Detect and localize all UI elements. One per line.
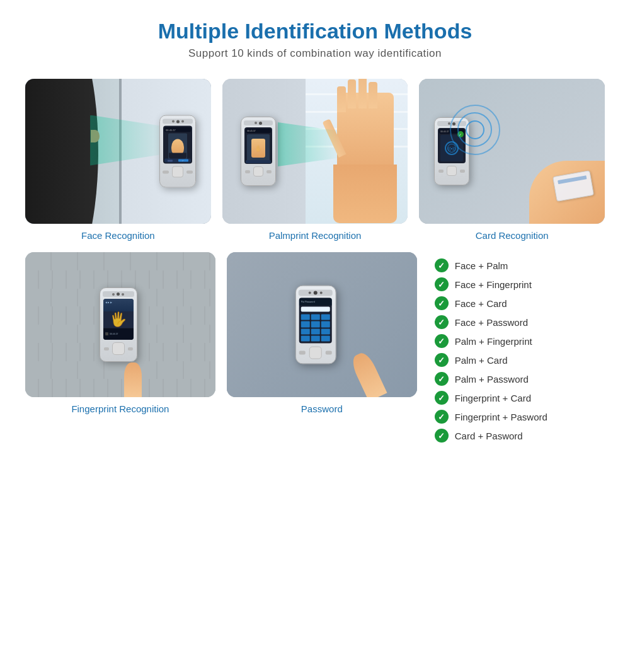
page-wrapper: Multiple Identification Methods Support … [0, 0, 630, 473]
check-label-2: Face + Card [455, 298, 507, 309]
card-recognition-image: 08:46:37 ((•)) ✓ [419, 79, 605, 224]
check-icon-8 [435, 410, 449, 424]
check-icon-4 [435, 334, 449, 348]
check-label-0: Face + Palm [455, 260, 508, 271]
device-face: 08:45:37 ✓ [159, 115, 196, 188]
face-recognition-caption: Face Recognition [81, 230, 155, 241]
check-label-1: Face + Fingerprint [455, 279, 532, 290]
check-label-7: Fingerprint + Card [455, 393, 531, 403]
fingerprint-recognition-card: ◀ ■ ▶ 🖐 ⬛ 08:46:37 [25, 252, 215, 414]
checklist-item-4: Palm + Fingerprint [435, 334, 605, 348]
checklist-item-7: Fingerprint + Card [435, 391, 605, 405]
card-recognition-caption: Card Recognition [476, 230, 549, 241]
check-label-9: Card + Pasword [455, 431, 523, 441]
check-label-6: Palm + Password [455, 374, 529, 385]
header-section: Multiple Identification Methods Support … [25, 19, 605, 60]
check-icon-7 [435, 391, 449, 405]
check-icon-3 [435, 315, 449, 329]
check-icon-0 [435, 258, 449, 272]
checklist-item-2: Face + Card [435, 296, 605, 310]
check-icon-5 [435, 353, 449, 367]
card-recognition-card: 08:46:37 ((•)) ✓ [419, 79, 605, 241]
check-label-5: Palm + Card [455, 355, 508, 366]
device-palm: 08:45:37 ✋ [241, 117, 276, 186]
check-icon-2 [435, 296, 449, 310]
checklist-item-8: Fingerprint + Pasword [435, 410, 605, 424]
fingerprint-recognition-image: ◀ ■ ▶ 🖐 ⬛ 08:46:37 [25, 252, 215, 397]
bottom-left-cards: ◀ ■ ▶ 🖐 ⬛ 08:46:37 [25, 252, 417, 414]
palmprint-recognition-card: 08:45:37 ✋ [222, 79, 408, 241]
checklist-panel: Face + Palm Face + Fingerprint Face + Ca… [428, 252, 605, 448]
check-icon-1 [435, 277, 449, 291]
checklist-item-1: Face + Fingerprint [435, 277, 605, 291]
password-card: Put Password [227, 252, 417, 414]
bottom-section: ◀ ■ ▶ 🖐 ⬛ 08:46:37 [25, 252, 605, 448]
checklist-item-0: Face + Palm [435, 258, 605, 272]
checklist-item-5: Palm + Card [435, 353, 605, 367]
face-recognition-image: 08:45:37 ✓ [25, 79, 211, 224]
palmprint-recognition-image: 08:45:37 ✋ [222, 79, 408, 224]
check-icon-9 [435, 429, 449, 443]
check-icon-6 [435, 372, 449, 386]
check-label-8: Fingerprint + Pasword [455, 412, 547, 422]
face-recognition-card: 08:45:37 ✓ [25, 79, 211, 241]
checklist-item-6: Palm + Password [435, 372, 605, 386]
page-subtitle: Support 10 kinds of combination way iden… [25, 47, 605, 60]
palmprint-recognition-caption: Palmprint Recognition [269, 230, 362, 241]
checklist-item-9: Card + Pasword [435, 429, 605, 443]
password-caption: Password [301, 403, 343, 414]
page-title: Multiple Identification Methods [25, 19, 605, 43]
password-image: Put Password [227, 252, 417, 397]
fingerprint-recognition-caption: Fingerprint Recognition [71, 403, 169, 414]
check-label-4: Palm + Fingerprint [455, 336, 532, 347]
checklist-item-3: Face + Password [435, 315, 605, 329]
top-image-grid: 08:45:37 ✓ [25, 79, 605, 241]
check-label-3: Face + Password [455, 317, 528, 328]
